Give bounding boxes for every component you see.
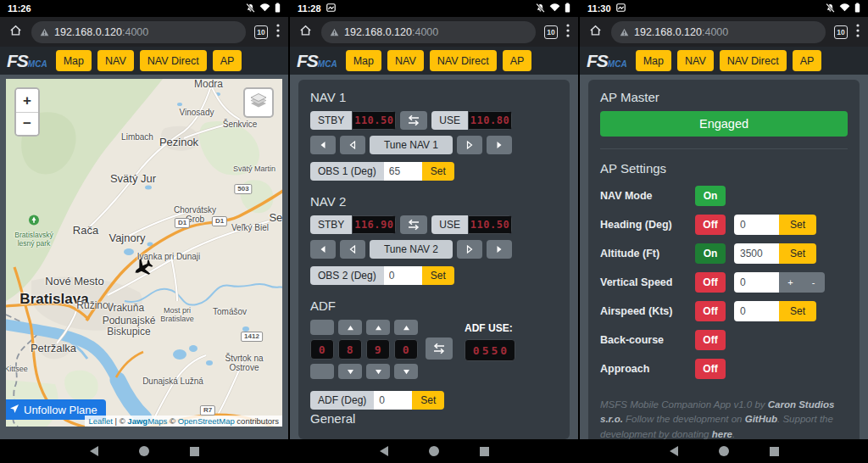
footer-link[interactable]: GitHub [745,414,777,424]
header-button-ap[interactable]: AP [213,50,242,71]
adf-deg-set-button[interactable]: Set [412,391,444,410]
decrease-large-button[interactable] [310,136,336,154]
header-button-nav[interactable]: NAV [677,50,714,71]
header-button-map[interactable]: Map [346,50,381,71]
attribution-link[interactable]: Jawg [127,416,147,426]
adf-digit-down-button[interactable] [338,364,362,379]
footer-link[interactable]: here [712,429,732,439]
site-warning-icon[interactable] [620,25,629,40]
site-warning-icon[interactable] [40,25,49,40]
ap-value-input[interactable] [734,243,779,264]
android-home-button[interactable] [719,446,729,456]
tune-button[interactable]: Tune NAV 2 [370,240,453,259]
ap-toggle-button[interactable]: Off [695,215,726,235]
tune-row: Tune NAV 2 [310,240,558,259]
tab-counter-button[interactable]: 10 [834,25,848,39]
wifi-icon [259,3,270,14]
leaflet-map[interactable]: ModraVinosadyŠenkviceLimbachPezinokSvätý… [6,79,282,427]
browser-home-icon[interactable] [8,23,23,41]
ap-decrement-button[interactable]: - [802,272,825,293]
header-button-nav-direct[interactable]: NAV Direct [430,50,497,71]
swap-frequencies-button[interactable] [400,215,427,234]
decrease-small-button[interactable] [340,240,365,259]
header-button-nav-direct[interactable]: NAV Direct [140,50,207,71]
app-header: FSMCA MapNAVNAV DirectAP [290,47,578,75]
android-recents-button[interactable] [190,447,199,456]
map-layers-button[interactable] [243,87,274,118]
footer-text: . [732,429,735,439]
browser-menu-icon[interactable] [276,24,280,41]
swap-frequencies-button[interactable] [400,111,427,130]
adf-digit-display: 9 [366,339,390,360]
browser-home-icon[interactable] [588,23,603,41]
attribution-link[interactable]: OpenStreetMap [178,416,235,426]
ap-setting-label: NAV Mode [600,190,695,202]
frequency-row: STBY116.90USE110.50 [310,215,558,234]
header-button-map[interactable]: Map [636,50,671,71]
ap-value-input[interactable] [734,215,779,235]
browser-menu-icon[interactable] [856,24,860,41]
road-badge: 1412 [241,332,263,342]
header-button-nav[interactable]: NAV [97,50,134,71]
fsmca-logo: FSMCA [7,51,47,71]
browser-menu-icon[interactable] [566,24,570,41]
adf-digit-up-button[interactable] [366,320,390,335]
phone-screen-ap: 11:30 192.168.0.120:4000 10 FSMCA MapNAV… [580,0,868,463]
ap-toggle-button[interactable]: Off [695,359,726,379]
ap-toggle-button[interactable]: Off [695,272,726,293]
decrease-large-button[interactable] [310,240,336,259]
ap-set-button[interactable]: Set [779,215,816,235]
browser-home-icon[interactable] [298,23,313,41]
adf-swap-button[interactable] [426,337,453,360]
header-button-map[interactable]: Map [56,50,92,71]
zoom-out-button[interactable]: − [16,112,38,135]
android-recents-button[interactable] [480,447,489,456]
obs-set-button[interactable]: Set [422,162,454,181]
header-button-nav[interactable]: NAV [387,50,424,71]
tune-button[interactable]: Tune NAV 1 [370,136,453,154]
ap-toggle-button[interactable]: Off [695,301,726,321]
ap-toggle-button[interactable]: On [695,186,726,206]
obs-input[interactable] [384,162,422,181]
obs-set-button[interactable]: Set [422,266,454,285]
decrease-small-button[interactable] [340,136,365,154]
android-back-button[interactable] [90,446,98,456]
adf-deg-input[interactable] [374,391,412,410]
increase-small-button[interactable] [457,240,482,259]
header-button-ap[interactable]: AP [503,50,532,71]
url-field[interactable]: 192.168.0.120:4000 [611,21,826,43]
android-back-button[interactable] [380,446,388,456]
tab-counter-button[interactable]: 10 [544,25,558,39]
adf-digit-down-button[interactable] [366,364,390,379]
android-home-button[interactable] [429,446,439,456]
android-back-button[interactable] [670,446,678,456]
increase-small-button[interactable] [457,136,482,154]
ap-master-engaged-button[interactable]: Engaged [600,111,848,137]
tune-row: Tune NAV 1 [310,136,558,154]
attribution-link[interactable]: Maps [147,416,167,426]
url-field[interactable]: 192.168.0.120:4000 [31,21,246,43]
site-warning-icon[interactable] [330,25,339,40]
android-home-button[interactable] [139,446,149,456]
ap-increment-button[interactable]: + [779,272,802,293]
header-button-ap[interactable]: AP [793,50,822,71]
tab-counter-button[interactable]: 10 [254,25,268,39]
attribution-link[interactable]: Leaflet [88,416,113,426]
adf-digit-up-button[interactable] [394,320,418,335]
android-recents-button[interactable] [770,447,779,456]
url-field[interactable]: 192.168.0.120:4000 [321,21,536,43]
ap-set-button[interactable]: Set [779,301,816,321]
adf-digit-up-button[interactable] [338,320,362,335]
ap-setting-row: Altitude (Ft)OnSet [600,243,848,264]
ap-set-button[interactable]: Set [779,243,816,264]
ap-value-input[interactable] [734,301,779,321]
increase-large-button[interactable] [487,136,512,154]
obs-input[interactable] [384,266,422,285]
ap-toggle-button[interactable]: On [695,243,726,264]
ap-value-input[interactable] [734,272,779,293]
zoom-in-button[interactable]: + [16,89,38,112]
ap-toggle-button[interactable]: Off [695,330,726,350]
increase-large-button[interactable] [487,240,512,259]
header-button-nav-direct[interactable]: NAV Direct [720,50,787,71]
adf-digit-down-button[interactable] [394,364,418,379]
